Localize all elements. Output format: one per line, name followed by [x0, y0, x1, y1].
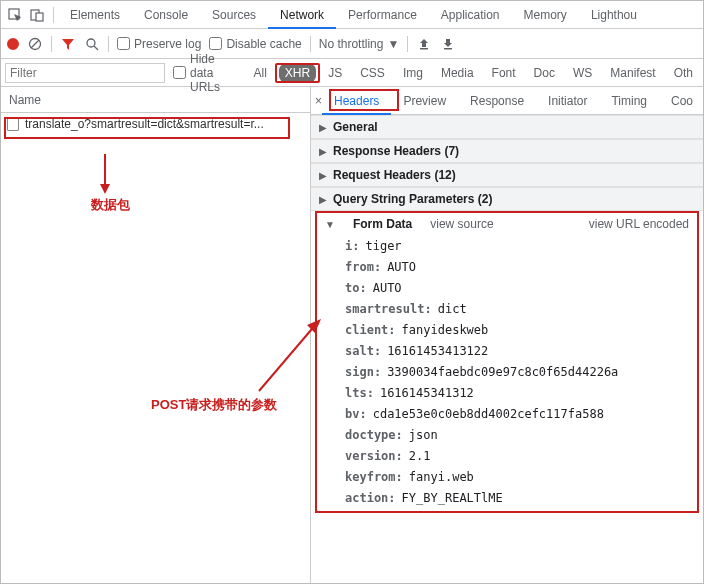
search-icon[interactable] — [84, 36, 100, 52]
detail-tab-preview[interactable]: Preview — [391, 87, 458, 115]
form-data-key: bv — [345, 407, 367, 421]
type-filter-oth[interactable]: Oth — [668, 64, 699, 82]
svg-line-6 — [94, 46, 98, 50]
section-request-headers[interactable]: ▶ Request Headers (12) — [311, 163, 703, 187]
preserve-log-checkbox[interactable]: Preserve log — [117, 37, 201, 51]
form-data-key: lts — [345, 386, 374, 400]
form-data-row: lts1616145341312 — [345, 386, 689, 400]
disable-cache-checkbox[interactable]: Disable cache — [209, 37, 301, 51]
type-filter-all[interactable]: All — [248, 64, 273, 82]
detail-tab-headers[interactable]: Headers — [322, 87, 391, 115]
type-filter-ws[interactable]: WS — [567, 64, 598, 82]
request-row[interactable]: translate_o?smartresult=dict&smartresult… — [1, 113, 310, 135]
form-data-row: doctypejson — [345, 428, 689, 442]
type-filter-font[interactable]: Font — [486, 64, 522, 82]
section-response-headers[interactable]: ▶ Response Headers (7) — [311, 139, 703, 163]
download-har-icon[interactable] — [440, 36, 456, 52]
filter-input[interactable] — [5, 63, 165, 83]
device-toggle-icon[interactable] — [27, 5, 47, 25]
form-data-key: keyfrom — [345, 470, 403, 484]
panel-tab-sources[interactable]: Sources — [200, 1, 268, 29]
section-label: Query String Parameters — [333, 192, 474, 206]
panel-tab-network[interactable]: Network — [268, 1, 336, 29]
form-data-value: json — [409, 428, 438, 442]
form-data-row: toAUTO — [345, 281, 689, 295]
panel-tab-console[interactable]: Console — [132, 1, 200, 29]
column-name-header[interactable]: Name — [1, 87, 310, 113]
view-url-encoded-link[interactable]: view URL encoded — [589, 217, 689, 231]
type-filter-doc[interactable]: Doc — [528, 64, 561, 82]
form-data-value: 2.1 — [409, 449, 431, 463]
detail-tab-initiator[interactable]: Initiator — [536, 87, 599, 115]
form-data-row: bvcda1e53e0c0eb8dd4002cefc117fa588 — [345, 407, 689, 421]
form-data-title: Form Data — [353, 217, 412, 231]
clear-icon[interactable] — [27, 36, 43, 52]
form-data-key: client — [345, 323, 396, 337]
panel-tab-memory[interactable]: Memory — [512, 1, 579, 29]
disable-cache-label: Disable cache — [226, 37, 301, 51]
svg-rect-2 — [36, 13, 43, 21]
section-label: Request Headers — [333, 168, 431, 182]
form-data-value: 1616145341312 — [380, 386, 474, 400]
chevron-down-icon: ▼ — [387, 37, 399, 51]
section-general[interactable]: ▶ General — [311, 115, 703, 139]
form-data-value: dict — [438, 302, 467, 316]
type-filter-js[interactable]: JS — [322, 64, 348, 82]
form-data-key: to — [345, 281, 367, 295]
form-data-row: smartresultdict — [345, 302, 689, 316]
form-data-row: sign3390034faebdc09e97c8c0f65d44226a — [345, 365, 689, 379]
upload-har-icon[interactable] — [416, 36, 432, 52]
form-data-row: itiger — [345, 239, 689, 253]
record-icon[interactable] — [7, 38, 19, 50]
form-data-key: smartresult — [345, 302, 432, 316]
type-filter-xhr[interactable]: XHR — [279, 64, 316, 82]
throttling-label: No throttling — [319, 37, 384, 51]
panel-tabs: ElementsConsoleSourcesNetworkPerformance… — [1, 1, 703, 29]
svg-line-4 — [31, 40, 39, 48]
form-data-row: fromAUTO — [345, 260, 689, 274]
view-source-link[interactable]: view source — [430, 217, 493, 231]
section-count: (12) — [434, 168, 455, 182]
form-data-key: i — [345, 239, 359, 253]
panel-tab-application[interactable]: Application — [429, 1, 512, 29]
detail-tab-coo[interactable]: Coo — [659, 87, 703, 115]
type-filter-css[interactable]: CSS — [354, 64, 391, 82]
form-data-row: salt16161453413122 — [345, 344, 689, 358]
svg-rect-8 — [444, 48, 452, 50]
request-list-pane: Name translate_o?smartresult=dict&smartr… — [1, 87, 311, 583]
detail-tab-response[interactable]: Response — [458, 87, 536, 115]
form-data-value: fanyideskweb — [402, 323, 489, 337]
chevron-right-icon: ▶ — [319, 122, 327, 133]
form-data-value: tiger — [365, 239, 401, 253]
form-data-entries: itigerfromAUTOtoAUTOsmartresultdictclien… — [317, 235, 697, 511]
throttling-dropdown[interactable]: No throttling ▼ — [319, 37, 400, 51]
panel-tab-elements[interactable]: Elements — [58, 1, 132, 29]
file-icon — [7, 117, 19, 131]
detail-tab-timing[interactable]: Timing — [599, 87, 659, 115]
type-filter-img[interactable]: Img — [397, 64, 429, 82]
separator — [53, 7, 54, 23]
chevron-down-icon: ▼ — [325, 219, 335, 230]
form-data-value: AUTO — [373, 281, 402, 295]
form-data-header[interactable]: ▼ Form Data view source view URL encoded — [317, 213, 697, 235]
separator — [407, 36, 408, 52]
detail-pane: × HeadersPreviewResponseInitiatorTimingC… — [311, 87, 703, 583]
form-data-key: from — [345, 260, 381, 274]
form-data-row: clientfanyideskweb — [345, 323, 689, 337]
type-filter-media[interactable]: Media — [435, 64, 480, 82]
form-data-key: sign — [345, 365, 381, 379]
form-data-value: 3390034faebdc09e97c8c0f65d44226a — [387, 365, 618, 379]
separator — [51, 36, 52, 52]
resource-type-filters: AllXHRJSCSSImgMediaFontDocWSManifestOth — [248, 64, 700, 82]
panel-tab-performance[interactable]: Performance — [336, 1, 429, 29]
section-query-string[interactable]: ▶ Query String Parameters (2) — [311, 187, 703, 211]
type-filter-manifest[interactable]: Manifest — [604, 64, 661, 82]
svg-rect-7 — [420, 48, 428, 50]
panel-tab-lighthou[interactable]: Lighthou — [579, 1, 649, 29]
chevron-right-icon: ▶ — [319, 170, 327, 181]
close-icon[interactable]: × — [315, 94, 322, 108]
inspect-icon[interactable] — [5, 5, 25, 25]
chevron-right-icon: ▶ — [319, 194, 327, 205]
filter-icon[interactable] — [60, 36, 76, 52]
filter-bar: Hide data URLs AllXHRJSCSSImgMediaFontDo… — [1, 59, 703, 87]
